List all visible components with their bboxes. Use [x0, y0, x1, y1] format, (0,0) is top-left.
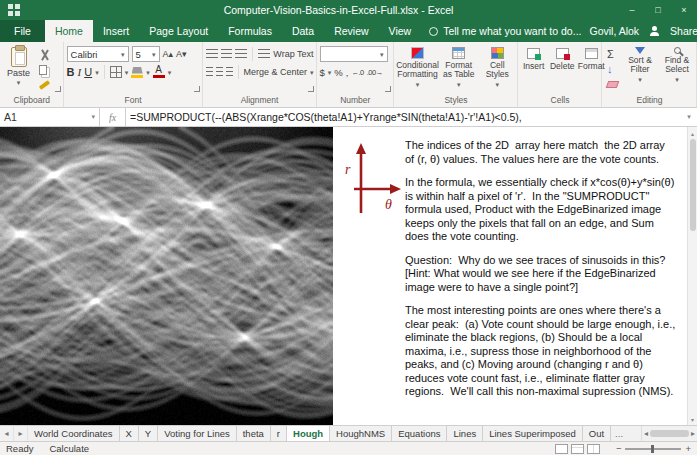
vertical-scrollbar-thumb[interactable] [690, 139, 696, 231]
number-dialog-launcher[interactable] [385, 86, 391, 92]
copy-button[interactable] [37, 62, 52, 77]
middle-align-icon[interactable] [221, 49, 233, 59]
scroll-up-icon[interactable]: ▴ [691, 127, 694, 139]
scroll-down-icon[interactable]: ▾ [691, 413, 694, 425]
zoom-slider[interactable] [625, 448, 681, 450]
tab-file[interactable]: File [0, 20, 45, 42]
zoom-slider-thumb[interactable] [651, 445, 654, 453]
borders-button[interactable] [110, 66, 122, 78]
zoom-in-button[interactable]: + [685, 443, 691, 454]
format-as-table-button[interactable]: Format as Table ▾ [441, 45, 477, 94]
align-left-icon[interactable] [206, 67, 213, 77]
decrease-decimal-button[interactable]: .00→ [367, 68, 383, 77]
conditional-formatting-button[interactable]: Conditional Formatting ▾ [397, 45, 438, 94]
account-area: Govil, Alok Share [589, 20, 697, 42]
sheet-tab-equations[interactable]: Equations [392, 426, 447, 441]
increase-decimal-button[interactable]: ←.0 [351, 68, 363, 77]
horizontal-scrollbar-thumb[interactable] [650, 430, 689, 437]
accounting-format-button[interactable]: $ [320, 67, 325, 78]
tab-home[interactable]: Home [45, 20, 93, 42]
r-axis-label: r [345, 162, 351, 177]
shrink-font-button[interactable]: A▾ [176, 49, 187, 59]
tab-review[interactable]: Review [324, 20, 378, 42]
sheet-nav-left-icon[interactable]: ◂ [0, 426, 14, 441]
find-select-button[interactable]: Find & Select ▾ [660, 45, 694, 94]
wrap-text-button[interactable]: Wrap Text [273, 49, 313, 59]
sort-filter-button[interactable]: Sort & Filter ▾ [623, 45, 657, 94]
sheet-tab-theta[interactable]: theta [237, 426, 271, 441]
delete-cells-icon [556, 48, 569, 59]
top-align-icon[interactable] [206, 49, 218, 59]
formula-input[interactable]: =SUMPRODUCT(--(ABS(Xrange*COS(theta!A1)+… [126, 108, 681, 126]
sheet-tab-lines[interactable]: Lines [447, 426, 483, 441]
page-break-view-button[interactable] [587, 444, 600, 454]
tab-view[interactable]: View [379, 20, 422, 42]
paste-button[interactable]: Paste ▾ [3, 45, 34, 94]
tab-formulas[interactable]: Formulas [218, 20, 282, 42]
maximize-button[interactable]: □ [645, 0, 671, 20]
horizontal-scrollbar[interactable]: ◂ ▸ [641, 426, 697, 441]
font-name-combo[interactable]: Calibri ▾ [67, 46, 129, 62]
copy-icon [39, 65, 47, 75]
sheet-tab-lines-superimposed[interactable]: Lines Superimposed [483, 426, 583, 441]
align-right-icon[interactable] [226, 67, 233, 77]
page-layout-view-button[interactable] [571, 444, 584, 454]
sheet-tab-x[interactable]: X [120, 426, 139, 441]
expand-formula-bar-icon[interactable]: ▾ [681, 108, 697, 126]
tab-data[interactable]: Data [282, 20, 324, 42]
align-center-icon[interactable] [216, 67, 223, 77]
comma-style-button[interactable]: , [346, 67, 349, 78]
tell-me-box[interactable]: Tell me what you want to do... [421, 20, 589, 42]
hough-accumulator-image[interactable] [0, 127, 333, 425]
sheet-tab-out[interactable]: Out [583, 426, 611, 441]
font-size-combo[interactable]: 5 ▾ [132, 46, 160, 62]
clear-button[interactable] [605, 77, 620, 92]
bold-button[interactable]: B [67, 66, 75, 78]
fill-color-button[interactable] [131, 67, 143, 78]
sheet-tab-houghnms[interactable]: HoughNMS [330, 426, 392, 441]
sheet-tab-r[interactable]: r [271, 426, 287, 441]
merge-center-button[interactable]: Merge & Center [244, 67, 308, 77]
italic-button[interactable]: I [78, 66, 82, 78]
font-color-button[interactable]: A [153, 66, 165, 78]
hscroll-left-icon[interactable]: ◂ [644, 429, 648, 438]
bottom-align-icon[interactable] [235, 49, 247, 59]
number-format-combo[interactable]: ▾ [320, 46, 388, 62]
alignment-dialog-launcher[interactable] [308, 86, 314, 92]
fill-button[interactable]: ↓ [605, 62, 620, 77]
tab-insert[interactable]: Insert [93, 20, 139, 42]
clipboard-dialog-launcher[interactable] [55, 86, 61, 92]
insert-function-button[interactable]: fx [100, 108, 126, 126]
fill-color-icon [132, 67, 143, 74]
user-name[interactable]: Govil, Alok [589, 25, 639, 37]
sheet-tab-hough[interactable]: Hough [287, 426, 330, 441]
underline-button[interactable]: U [84, 66, 92, 78]
theta-axis-label: θ [385, 197, 392, 212]
tab-page-layout[interactable]: Page Layout [139, 20, 218, 42]
normal-view-button[interactable] [555, 444, 568, 454]
close-button[interactable]: × [671, 0, 697, 20]
delete-cells-button[interactable]: Delete [549, 45, 575, 94]
sheet-tab-voting-for-lines[interactable]: Voting for Lines [158, 426, 237, 441]
vertical-scrollbar[interactable]: ▴ ▾ [687, 127, 697, 425]
share-button[interactable]: Share [670, 25, 697, 37]
hscroll-right-icon[interactable]: ▸ [691, 429, 695, 438]
status-calculate[interactable]: Calculate [49, 443, 89, 454]
font-dialog-launcher[interactable] [194, 86, 200, 92]
insert-cells-button[interactable]: Insert [521, 45, 546, 94]
sheet-tab-world-coordinates[interactable]: World Coordinates [28, 426, 120, 441]
format-painter-button[interactable] [37, 77, 52, 92]
group-label-font: Font [67, 94, 200, 107]
cell-styles-button[interactable]: Cell Styles ▾ [480, 45, 516, 94]
percent-style-button[interactable]: % [334, 67, 342, 78]
sheet-tab-y[interactable]: Y [139, 426, 158, 441]
minimize-button[interactable]: – [619, 0, 645, 20]
autosum-button[interactable]: Σ [605, 47, 620, 62]
sheet-tab-overflow[interactable]: ... [611, 426, 627, 441]
cut-button[interactable] [37, 47, 52, 62]
format-cells-button[interactable]: Format [578, 45, 604, 94]
grow-font-button[interactable]: A▴ [163, 49, 174, 59]
name-box[interactable]: A1 ▾ [0, 108, 100, 126]
zoom-out-button[interactable]: − [616, 443, 622, 454]
sheet-nav-right-icon[interactable]: ▸ [14, 426, 28, 441]
